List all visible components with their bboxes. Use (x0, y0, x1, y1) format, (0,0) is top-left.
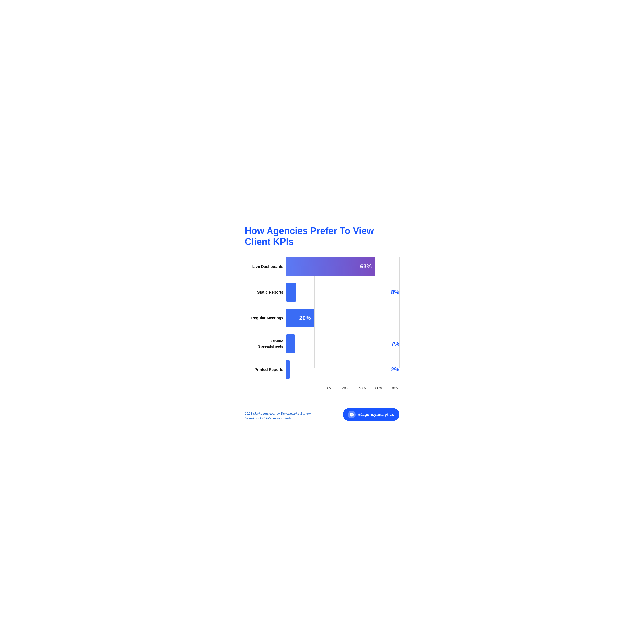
brand-label: @agencyanalytics (358, 412, 394, 417)
chart-title: How Agencies Prefer To View Client KPIs (245, 226, 399, 247)
bar-value-label: 20% (299, 315, 311, 321)
chart-wrapper: Live Dashboards63%Static Reports8%Regula… (286, 257, 399, 379)
bar-fill: 20% (286, 309, 314, 327)
bar-track: 63% (286, 257, 399, 276)
bar-label: Regular Meetings (245, 315, 284, 321)
bar-outer-wrapper: 20% (286, 309, 399, 327)
bar-outer-wrapper: 8% (286, 283, 399, 302)
bar-value-outside-label: 2% (391, 366, 399, 373)
chart-area: Live Dashboards63%Static Reports8%Regula… (245, 257, 399, 400)
x-axis-label: 60% (375, 386, 383, 390)
bar-track (286, 283, 389, 302)
bar-fill (286, 334, 295, 353)
x-axis-label: 40% (359, 386, 366, 390)
x-axis: 0%20%40%60%80% (327, 386, 399, 390)
source-text: 2023 Marketing Agency Benchmarks Survey,… (245, 411, 312, 421)
bar-row: Live Dashboards63% (286, 257, 399, 276)
brand-badge: @agencyanalytics (343, 408, 399, 421)
bar-label: Static Reports (245, 290, 284, 295)
bar-label: Live Dashboards (245, 264, 284, 269)
x-axis-label: 0% (327, 386, 332, 390)
bar-fill (286, 283, 296, 302)
bar-fill: 63% (286, 257, 375, 276)
bar-outer-wrapper: 2% (286, 360, 399, 379)
footer: 2023 Marketing Agency Benchmarks Survey,… (245, 408, 399, 421)
x-axis-label: 80% (392, 386, 399, 390)
bar-label: OnlineSpreadsheets (245, 339, 284, 349)
brand-icon (348, 411, 356, 418)
bar-outer-wrapper: 63% (286, 257, 399, 276)
bar-row: Regular Meetings20% (286, 309, 399, 327)
bar-outer-wrapper: 7% (286, 334, 399, 353)
bars-container: Live Dashboards63%Static Reports8%Regula… (286, 257, 399, 379)
bar-track (286, 360, 389, 379)
bar-row: OnlineSpreadsheets7% (286, 334, 399, 353)
bar-value-label: 63% (360, 263, 372, 270)
bar-fill (286, 360, 290, 379)
card: How Agencies Prefer To View Client KPIs … (232, 213, 412, 431)
bar-track (286, 334, 389, 353)
bar-label: Printed Reports (245, 367, 284, 372)
bar-value-outside-label: 7% (391, 340, 399, 347)
x-axis-label: 20% (342, 386, 349, 390)
bar-row: Printed Reports2% (286, 360, 399, 379)
bar-row: Static Reports8% (286, 283, 399, 302)
bar-value-outside-label: 8% (391, 289, 399, 296)
bar-track: 20% (286, 309, 399, 327)
grid-line-4 (399, 257, 400, 368)
